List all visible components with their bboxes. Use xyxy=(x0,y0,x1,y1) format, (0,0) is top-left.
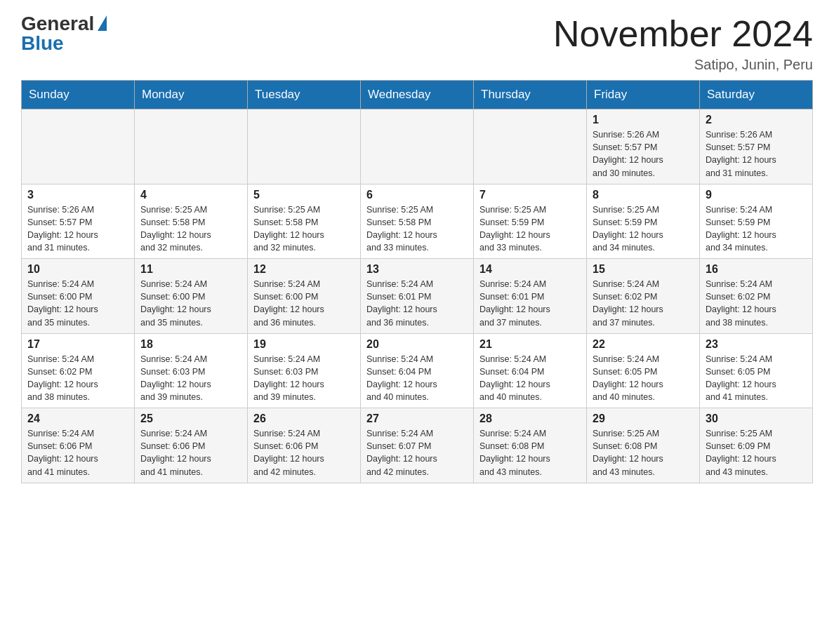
day-info: Sunrise: 5:24 AM Sunset: 6:06 PM Dayligh… xyxy=(140,427,241,478)
day-info: Sunrise: 5:24 AM Sunset: 6:01 PM Dayligh… xyxy=(479,278,581,329)
month-title: November 2024 xyxy=(553,14,813,54)
day-of-week-header: Thursday xyxy=(474,81,587,109)
day-number: 1 xyxy=(593,114,694,126)
day-info: Sunrise: 5:24 AM Sunset: 6:00 PM Dayligh… xyxy=(140,278,241,329)
day-number: 15 xyxy=(593,263,694,276)
day-number: 27 xyxy=(366,412,468,425)
calendar-day-cell: 13Sunrise: 5:24 AM Sunset: 6:01 PM Dayli… xyxy=(361,259,474,334)
day-info: Sunrise: 5:25 AM Sunset: 5:58 PM Dayligh… xyxy=(366,203,468,255)
calendar-day-cell: 17Sunrise: 5:24 AM Sunset: 6:02 PM Dayli… xyxy=(22,333,135,408)
calendar-week-row: 3Sunrise: 5:26 AM Sunset: 5:57 PM Daylig… xyxy=(22,184,813,259)
calendar-day-cell: 30Sunrise: 5:25 AM Sunset: 6:09 PM Dayli… xyxy=(700,408,813,483)
day-number: 22 xyxy=(593,338,694,351)
calendar-day-cell xyxy=(248,109,361,185)
day-number: 28 xyxy=(479,412,581,425)
day-number: 5 xyxy=(253,189,355,201)
calendar-day-cell: 10Sunrise: 5:24 AM Sunset: 6:00 PM Dayli… xyxy=(22,259,135,334)
logo-blue-text: Blue xyxy=(21,34,64,53)
location-text: Satipo, Junin, Peru xyxy=(553,57,813,73)
day-info: Sunrise: 5:26 AM Sunset: 5:57 PM Dayligh… xyxy=(593,128,694,180)
day-of-week-header: Friday xyxy=(587,81,700,109)
calendar-day-cell: 18Sunrise: 5:24 AM Sunset: 6:03 PM Dayli… xyxy=(135,333,248,408)
calendar-day-cell: 15Sunrise: 5:24 AM Sunset: 6:02 PM Dayli… xyxy=(587,259,700,334)
day-info: Sunrise: 5:25 AM Sunset: 6:09 PM Dayligh… xyxy=(706,427,807,478)
calendar-day-cell: 14Sunrise: 5:24 AM Sunset: 6:01 PM Dayli… xyxy=(474,259,587,334)
day-number: 23 xyxy=(706,338,807,351)
day-number: 30 xyxy=(706,412,807,425)
calendar-table: SundayMondayTuesdayWednesdayThursdayFrid… xyxy=(21,80,813,483)
calendar-day-cell: 29Sunrise: 5:25 AM Sunset: 6:08 PM Dayli… xyxy=(587,408,700,483)
page-header: General Blue November 2024 Satipo, Junin… xyxy=(21,14,813,73)
calendar-day-cell: 2Sunrise: 5:26 AM Sunset: 5:57 PM Daylig… xyxy=(700,109,813,185)
calendar-week-row: 24Sunrise: 5:24 AM Sunset: 6:06 PM Dayli… xyxy=(22,408,813,483)
calendar-day-cell: 28Sunrise: 5:24 AM Sunset: 6:08 PM Dayli… xyxy=(474,408,587,483)
day-info: Sunrise: 5:24 AM Sunset: 6:03 PM Dayligh… xyxy=(140,353,241,404)
day-number: 11 xyxy=(140,263,241,276)
calendar-day-cell: 16Sunrise: 5:24 AM Sunset: 6:02 PM Dayli… xyxy=(700,259,813,334)
logo-general-text: General xyxy=(21,14,94,34)
day-of-week-header: Wednesday xyxy=(361,81,474,109)
day-info: Sunrise: 5:24 AM Sunset: 6:07 PM Dayligh… xyxy=(366,427,468,478)
day-number: 20 xyxy=(366,338,468,351)
day-number: 21 xyxy=(479,338,581,351)
day-number: 9 xyxy=(706,189,807,201)
day-info: Sunrise: 5:24 AM Sunset: 5:59 PM Dayligh… xyxy=(706,203,807,255)
calendar-day-cell: 4Sunrise: 5:25 AM Sunset: 5:58 PM Daylig… xyxy=(135,184,248,259)
day-info: Sunrise: 5:24 AM Sunset: 6:06 PM Dayligh… xyxy=(27,427,128,478)
calendar-header-row: SundayMondayTuesdayWednesdayThursdayFrid… xyxy=(22,81,813,109)
day-info: Sunrise: 5:24 AM Sunset: 6:08 PM Dayligh… xyxy=(479,427,581,478)
day-number: 25 xyxy=(140,412,241,425)
day-number: 12 xyxy=(253,263,355,276)
day-of-week-header: Tuesday xyxy=(248,81,361,109)
day-number: 29 xyxy=(593,412,694,425)
day-info: Sunrise: 5:25 AM Sunset: 5:59 PM Dayligh… xyxy=(593,203,694,255)
calendar-week-row: 1Sunrise: 5:26 AM Sunset: 5:57 PM Daylig… xyxy=(22,109,813,185)
calendar-day-cell: 21Sunrise: 5:24 AM Sunset: 6:04 PM Dayli… xyxy=(474,333,587,408)
calendar-day-cell: 22Sunrise: 5:24 AM Sunset: 6:05 PM Dayli… xyxy=(587,333,700,408)
day-of-week-header: Monday xyxy=(135,81,248,109)
day-number: 26 xyxy=(253,412,355,425)
day-number: 13 xyxy=(366,263,468,276)
calendar-week-row: 17Sunrise: 5:24 AM Sunset: 6:02 PM Dayli… xyxy=(22,333,813,408)
day-info: Sunrise: 5:24 AM Sunset: 6:01 PM Dayligh… xyxy=(366,278,468,329)
day-number: 19 xyxy=(253,338,355,351)
calendar-day-cell xyxy=(474,109,587,185)
day-number: 14 xyxy=(479,263,581,276)
calendar-day-cell: 19Sunrise: 5:24 AM Sunset: 6:03 PM Dayli… xyxy=(248,333,361,408)
day-number: 6 xyxy=(366,189,468,201)
day-info: Sunrise: 5:24 AM Sunset: 6:04 PM Dayligh… xyxy=(366,353,468,404)
day-info: Sunrise: 5:24 AM Sunset: 6:03 PM Dayligh… xyxy=(253,353,355,404)
calendar-week-row: 10Sunrise: 5:24 AM Sunset: 6:00 PM Dayli… xyxy=(22,259,813,334)
day-info: Sunrise: 5:24 AM Sunset: 6:05 PM Dayligh… xyxy=(706,353,807,404)
calendar-day-cell: 9Sunrise: 5:24 AM Sunset: 5:59 PM Daylig… xyxy=(700,184,813,259)
day-info: Sunrise: 5:26 AM Sunset: 5:57 PM Dayligh… xyxy=(27,203,128,255)
day-info: Sunrise: 5:24 AM Sunset: 6:02 PM Dayligh… xyxy=(27,353,128,404)
day-info: Sunrise: 5:25 AM Sunset: 5:58 PM Dayligh… xyxy=(253,203,355,255)
day-info: Sunrise: 5:25 AM Sunset: 5:59 PM Dayligh… xyxy=(479,203,581,255)
day-number: 18 xyxy=(140,338,241,351)
calendar-day-cell: 8Sunrise: 5:25 AM Sunset: 5:59 PM Daylig… xyxy=(587,184,700,259)
calendar-day-cell: 1Sunrise: 5:26 AM Sunset: 5:57 PM Daylig… xyxy=(587,109,700,185)
day-number: 7 xyxy=(479,189,581,201)
calendar-day-cell: 12Sunrise: 5:24 AM Sunset: 6:00 PM Dayli… xyxy=(248,259,361,334)
day-number: 3 xyxy=(27,189,128,201)
calendar-day-cell: 20Sunrise: 5:24 AM Sunset: 6:04 PM Dayli… xyxy=(361,333,474,408)
day-of-week-header: Saturday xyxy=(700,81,813,109)
day-info: Sunrise: 5:24 AM Sunset: 6:02 PM Dayligh… xyxy=(706,278,807,329)
day-number: 16 xyxy=(706,263,807,276)
day-number: 17 xyxy=(27,338,128,351)
calendar-day-cell: 6Sunrise: 5:25 AM Sunset: 5:58 PM Daylig… xyxy=(361,184,474,259)
day-info: Sunrise: 5:26 AM Sunset: 5:57 PM Dayligh… xyxy=(706,128,807,180)
day-info: Sunrise: 5:25 AM Sunset: 6:08 PM Dayligh… xyxy=(593,427,694,478)
title-section: November 2024 Satipo, Junin, Peru xyxy=(553,14,813,73)
day-info: Sunrise: 5:25 AM Sunset: 5:58 PM Dayligh… xyxy=(140,203,241,255)
calendar-day-cell: 3Sunrise: 5:26 AM Sunset: 5:57 PM Daylig… xyxy=(22,184,135,259)
day-of-week-header: Sunday xyxy=(22,81,135,109)
day-number: 8 xyxy=(593,189,694,201)
calendar-day-cell: 5Sunrise: 5:25 AM Sunset: 5:58 PM Daylig… xyxy=(248,184,361,259)
calendar-day-cell xyxy=(135,109,248,185)
calendar-day-cell: 23Sunrise: 5:24 AM Sunset: 6:05 PM Dayli… xyxy=(700,333,813,408)
day-info: Sunrise: 5:24 AM Sunset: 6:00 PM Dayligh… xyxy=(27,278,128,329)
calendar-day-cell xyxy=(22,109,135,185)
day-number: 10 xyxy=(27,263,128,276)
